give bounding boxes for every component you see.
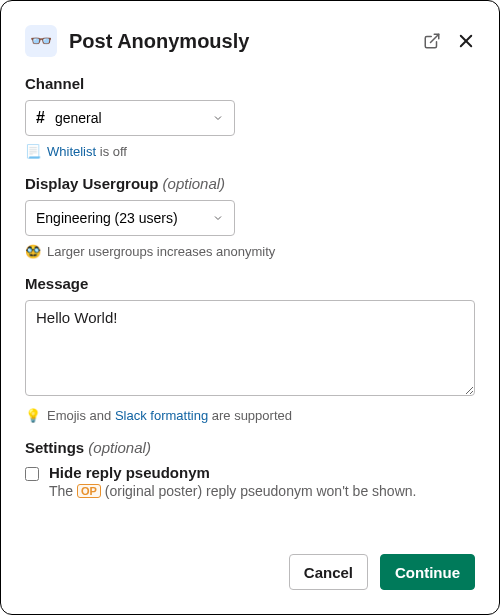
post-anonymously-modal: 👓 Post Anonymously Channel # general 📃 W… xyxy=(1,1,499,614)
usergroup-select[interactable]: Engineering (23 users) xyxy=(25,200,235,236)
cancel-button[interactable]: Cancel xyxy=(289,554,368,590)
channel-label: Channel xyxy=(25,75,475,92)
disguise-icon: 🥸 xyxy=(25,244,41,259)
chevron-down-icon xyxy=(212,212,224,224)
bulb-icon: 💡 xyxy=(25,408,41,423)
whitelist-icon: 📃 xyxy=(25,144,41,159)
channel-section: Channel # general 📃 Whitelist is off xyxy=(25,75,475,159)
op-badge: OP xyxy=(77,484,101,498)
hide-pseudonym-label: Hide reply pseudonym xyxy=(49,464,416,481)
modal-footer: Cancel Continue xyxy=(25,537,475,590)
svg-line-0 xyxy=(431,34,439,42)
close-icon[interactable] xyxy=(457,32,475,50)
chevron-down-icon xyxy=(212,112,224,124)
header-actions xyxy=(423,32,475,50)
open-external-icon[interactable] xyxy=(423,32,441,50)
message-section: Message 💡 Emojis and Slack formatting ar… xyxy=(25,275,475,423)
hide-pseudonym-row: Hide reply pseudonym The OP (original po… xyxy=(25,464,475,499)
slack-formatting-link[interactable]: Slack formatting xyxy=(115,408,208,423)
message-hint: 💡 Emojis and Slack formatting are suppor… xyxy=(25,408,475,423)
message-input[interactable] xyxy=(25,300,475,396)
message-label: Message xyxy=(25,275,475,292)
glasses-icon: 👓 xyxy=(30,30,52,52)
hash-icon: # xyxy=(36,109,45,127)
continue-button[interactable]: Continue xyxy=(380,554,475,590)
usergroup-hint: 🥸 Larger usergroups increases anonymity xyxy=(25,244,475,259)
modal-header: 👓 Post Anonymously xyxy=(25,25,475,57)
usergroup-section: Display Usergroup (optional) Engineering… xyxy=(25,175,475,259)
channel-select[interactable]: # general xyxy=(25,100,235,136)
channel-selected: general xyxy=(55,110,102,126)
modal-title: Post Anonymously xyxy=(69,30,411,53)
hide-pseudonym-checkbox[interactable] xyxy=(25,467,39,481)
hide-pseudonym-desc: The OP (original poster) reply pseudonym… xyxy=(49,483,416,499)
usergroup-label: Display Usergroup (optional) xyxy=(25,175,475,192)
app-icon: 👓 xyxy=(25,25,57,57)
whitelist-status: is off xyxy=(96,144,127,159)
settings-label: Settings (optional) xyxy=(25,439,475,456)
usergroup-hint-text: Larger usergroups increases anonymity xyxy=(47,244,275,259)
channel-hint: 📃 Whitelist is off xyxy=(25,144,475,159)
usergroup-selected: Engineering (23 users) xyxy=(36,210,178,226)
whitelist-link[interactable]: Whitelist xyxy=(47,144,96,159)
settings-section: Settings (optional) Hide reply pseudonym… xyxy=(25,439,475,499)
